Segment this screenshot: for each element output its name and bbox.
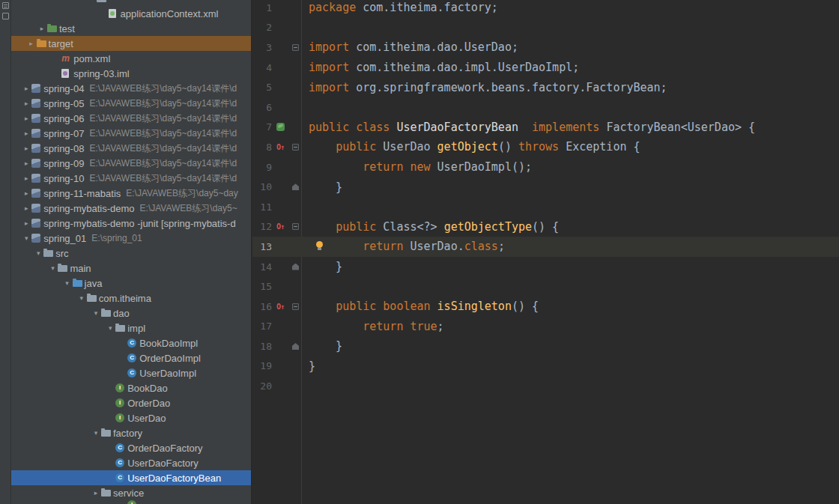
tree-item[interactable]: I <box>11 500 251 504</box>
tree-item-service[interactable]: ▸service <box>11 485 251 500</box>
tree-item-userdaofactorybean[interactable]: CUserDaoFactoryBean <box>11 470 251 485</box>
line-number[interactable]: 16 <box>252 301 272 312</box>
code-line-17[interactable]: 17 return true; <box>252 317 839 337</box>
tree-item-spring-07[interactable]: ▸spring-07E:\JAVAWEB练习\day5~day14课件\d <box>11 126 251 141</box>
tree-item-spring-mybatis-demo-junit-spring-mybatis-d[interactable]: ▸spring-mybatis-demo -junit [spring-myba… <box>11 216 251 231</box>
chevron-down-icon[interactable]: ▾ <box>21 234 31 242</box>
line-number[interactable]: 11 <box>252 201 272 213</box>
fold-start-icon[interactable]: − <box>292 223 299 230</box>
fold-start-icon[interactable]: − <box>292 303 299 310</box>
line-number[interactable]: 2 <box>252 22 272 33</box>
code-editor[interactable]: 1package com.itheima.factory;23−import c… <box>252 0 839 504</box>
code-line-9[interactable]: 9 return new UserDaoImpl(); <box>252 157 839 177</box>
chevron-down-icon[interactable]: ▾ <box>33 249 43 257</box>
chevron-down-icon[interactable]: ▾ <box>105 324 115 332</box>
chevron-down-icon[interactable]: ▾ <box>91 429 101 437</box>
line-number[interactable]: 1 <box>252 2 272 13</box>
override-method-icon[interactable]: O↑ <box>276 222 284 231</box>
tree-item-java[interactable]: ▾java <box>11 276 251 291</box>
tree-item-spring-04[interactable]: ▸spring-04E:\JAVAWEB练习\day5~day14课件\d <box>11 81 251 96</box>
code-line-8[interactable]: 8O↑− public UserDao getObject() throws E… <box>252 137 839 157</box>
line-number[interactable]: 9 <box>252 162 272 173</box>
line-number[interactable]: 15 <box>252 281 272 292</box>
tool-window-project-icon[interactable] <box>2 13 9 19</box>
code-line-13[interactable]: 13 return UserDao.class; <box>252 237 839 257</box>
tree-item-spring-03-iml[interactable]: spring-03.iml <box>11 66 251 81</box>
spring-bean-icon[interactable] <box>276 123 285 131</box>
line-number[interactable]: 17 <box>252 321 272 332</box>
line-number[interactable]: 10 <box>252 181 272 192</box>
chevron-right-icon[interactable]: ▸ <box>21 219 31 227</box>
tree-item-dao[interactable]: ▾dao <box>11 306 251 321</box>
code-line-12[interactable]: 12O↑− public Class<?> getObjectType() { <box>252 217 839 237</box>
chevron-right-icon[interactable]: ▸ <box>21 115 31 122</box>
code-line-16[interactable]: 16O↑− public boolean isSingleton() { <box>252 297 839 317</box>
tree-item-spring-08[interactable]: ▸spring-08E:\JAVAWEB练习\day5~day14课件\d <box>11 141 251 156</box>
tree-item-target[interactable]: ▸target <box>11 36 251 51</box>
code-line-1[interactable]: 1package com.itheima.factory; <box>252 0 839 18</box>
line-number[interactable]: 13 <box>252 241 272 252</box>
fold-start-icon[interactable]: − <box>292 144 299 151</box>
code-line-14[interactable]: 14 } <box>252 257 839 277</box>
tree-item-orderdaoimpl[interactable]: COrderDaoImpl <box>11 350 251 365</box>
line-number[interactable]: 14 <box>252 261 272 273</box>
chevron-right-icon[interactable]: ▸ <box>21 160 31 167</box>
tree-item-pom-xml[interactable]: mpom.xml <box>11 51 251 66</box>
code-line-19[interactable]: 19} <box>252 356 839 377</box>
tree-item-spring-09[interactable]: ▸spring-09E:\JAVAWEB练习\day5~day14课件\d <box>11 156 251 171</box>
tree-item-impl[interactable]: ▾impl <box>11 321 251 336</box>
code-line-10[interactable]: 10 } <box>252 177 839 197</box>
tree-item-spring_01[interactable]: ▾spring_01E:\spring_01 <box>11 231 251 246</box>
code-line-20[interactable]: 20 <box>252 376 839 396</box>
line-number[interactable]: 20 <box>252 380 272 392</box>
code-line-15[interactable]: 15 <box>252 276 839 297</box>
tree-item-orderdaofactory[interactable]: COrderDaoFactory <box>11 440 251 455</box>
tree-item-spring-10[interactable]: ▸spring-10E:\JAVAWEB练习\day5~day14课件\d <box>11 171 251 186</box>
chevron-right-icon[interactable]: ▸ <box>21 145 31 152</box>
line-number[interactable]: 19 <box>252 360 272 371</box>
tree-item-userdaoimpl[interactable]: CUserDaoImpl <box>11 365 251 380</box>
tree-item-factory[interactable]: ▾factory <box>11 425 251 440</box>
tree-item-test[interactable]: ▸test <box>11 21 251 36</box>
chevron-right-icon[interactable]: ▸ <box>21 130 31 137</box>
code-line-6[interactable]: 6 <box>252 97 839 118</box>
chevron-right-icon[interactable]: ▸ <box>21 85 31 92</box>
code-line-2[interactable]: 2 <box>252 18 839 38</box>
chevron-right-icon[interactable]: ▸ <box>21 204 31 212</box>
tree-item-userdaofactory[interactable]: CUserDaoFactory <box>11 455 251 470</box>
tree-item[interactable] <box>11 0 251 6</box>
tree-item-main[interactable]: ▾main <box>11 261 251 276</box>
chevron-down-icon[interactable]: ▾ <box>91 309 101 317</box>
fold-end-icon[interactable] <box>292 343 299 350</box>
chevron-right-icon[interactable]: ▸ <box>21 100 31 107</box>
tree-item-spring-06[interactable]: ▸spring-06E:\JAVAWEB练习\day5~day14课件\d <box>11 111 251 126</box>
override-method-icon[interactable]: O↑ <box>276 143 284 151</box>
code-line-18[interactable]: 18 } <box>252 336 839 356</box>
tree-item-bookdao[interactable]: IBookDao <box>11 380 251 395</box>
line-number[interactable]: 12 <box>252 221 272 232</box>
line-number[interactable]: 5 <box>252 82 272 93</box>
line-number[interactable]: 6 <box>252 102 272 113</box>
tool-window-structure-icon[interactable] <box>2 2 9 9</box>
fold-end-icon[interactable] <box>292 183 299 190</box>
chevron-down-icon[interactable]: ▾ <box>62 279 73 287</box>
tree-item-src[interactable]: ▾src <box>11 246 251 261</box>
tree-item-spring-05[interactable]: ▸spring-05E:\JAVAWEB练习\day5~day14课件\d <box>11 96 251 111</box>
chevron-right-icon[interactable]: ▸ <box>91 489 101 497</box>
tree-item-com-itheima[interactable]: ▾com.itheima <box>11 291 251 306</box>
override-method-icon[interactable]: O↑ <box>276 303 284 311</box>
tree-item-userdao[interactable]: IUserDao <box>11 410 251 425</box>
line-number[interactable]: 3 <box>252 42 272 53</box>
tree-item-spring-mybatis-demo[interactable]: ▸spring-mybatis-demoE:\JAVAWEB练习\day5~ <box>11 201 251 216</box>
tree-item-orderdao[interactable]: IOrderDao <box>11 395 251 410</box>
code-line-3[interactable]: 3−import com.itheima.dao.UserDao; <box>252 37 839 58</box>
code-line-11[interactable]: 11 <box>252 197 839 217</box>
tree-item-spring-11-mabatis[interactable]: ▸spring-11-mabatisE:\JAVAWEB练习\day5~day <box>11 186 251 201</box>
line-number[interactable]: 18 <box>252 341 272 352</box>
line-number[interactable]: 4 <box>252 62 272 73</box>
code-line-4[interactable]: 4import com.itheima.dao.impl.UserDaoImpl… <box>252 58 839 78</box>
code-line-5[interactable]: 5import org.springframework.beans.factor… <box>252 77 839 97</box>
line-number[interactable]: 8 <box>252 142 272 153</box>
fold-end-icon[interactable] <box>292 264 299 270</box>
fold-start-icon[interactable]: − <box>292 44 299 51</box>
